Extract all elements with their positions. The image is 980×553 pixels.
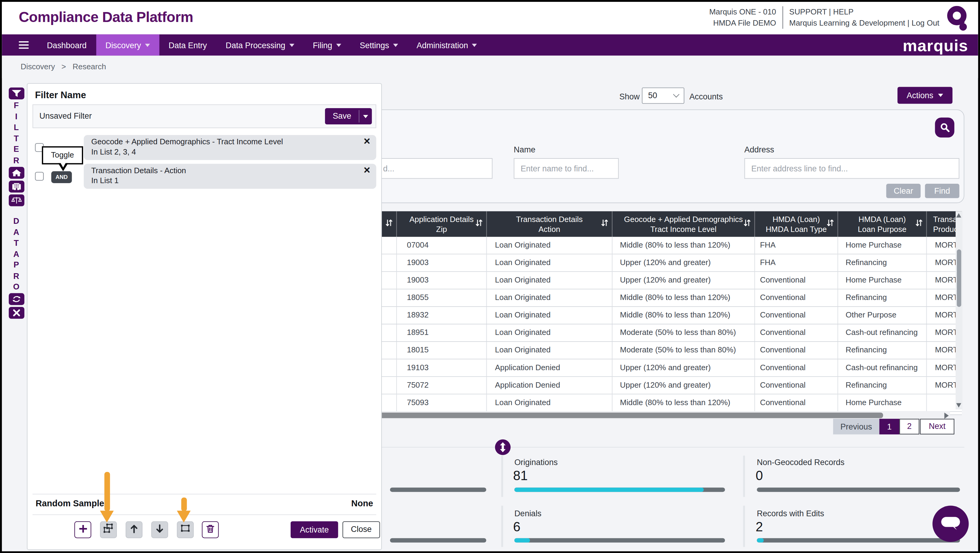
stats-column-divider [743, 456, 745, 497]
name-input[interactable]: Enter name to find... [514, 158, 619, 178]
caret-down-icon [939, 94, 943, 97]
column-header-line1: Application Details [397, 214, 487, 224]
building-icon[interactable] [8, 180, 24, 192]
stat-value: 2 [756, 519, 763, 534]
scroll-down-icon[interactable] [956, 403, 961, 408]
home-icon[interactable] [8, 167, 24, 178]
remove-filter-icon[interactable]: ✕ [363, 136, 371, 146]
support-help-links[interactable]: SUPPORT | HELP [789, 6, 939, 18]
column-header-tract-income-level[interactable]: Geocode + Applied DemographicsTract Inco… [612, 211, 755, 237]
sort-icon[interactable] [744, 219, 751, 229]
table-row[interactable]: 75072Application DeniedUpper (120% and g… [349, 377, 962, 394]
nav-item-data-processing[interactable]: Data Processing [216, 34, 303, 56]
header-links[interactable]: SUPPORT | HELP Marquis Learning & Develo… [789, 6, 939, 29]
arrow-down-button[interactable] [151, 521, 168, 538]
stat-label: Non-Geocoded Records [757, 457, 845, 467]
save-dropdown-button[interactable] [359, 108, 372, 124]
nav-item-filing[interactable]: Filing [304, 34, 350, 56]
breadcrumb-parent[interactable]: Discovery [21, 63, 55, 72]
clear-button[interactable]: Clear [886, 184, 921, 198]
previous-page-button[interactable]: Previous [833, 419, 880, 434]
column-header-line1: Geocode + Applied Demographics [612, 214, 754, 224]
stat-bar [514, 538, 725, 543]
sort-icon[interactable] [601, 219, 608, 229]
find-button[interactable]: Find [925, 184, 959, 198]
trash-button[interactable] [202, 521, 219, 538]
column-header-product-d[interactable]: TransactiProduct D [927, 211, 956, 237]
filter-criterion-row[interactable]: Transaction Details - Action In List 1 ✕ [84, 164, 376, 189]
table-cell: Conventional [755, 359, 838, 376]
save-button[interactable]: Save [325, 108, 359, 124]
horizontal-scrollbar-thumb[interactable] [349, 413, 883, 418]
remove-filter-icon[interactable]: ✕ [363, 165, 371, 175]
table-cell: MORTG [927, 237, 956, 254]
hamburger-menu-icon[interactable] [19, 41, 29, 49]
table-row[interactable]: 18055Loan OriginatedMiddle (80% to less … [349, 290, 962, 307]
column-header-loan-purpose[interactable]: HMDA (Loan)Loan Purpose [838, 211, 927, 237]
column-header-action[interactable]: Transaction DetailsAction [487, 211, 612, 237]
global-search-icon[interactable] [946, 6, 969, 32]
page-size-select[interactable]: 50 [642, 88, 684, 104]
learning-logout-links[interactable]: Marquis Learning & Development | Log Out [789, 18, 939, 29]
resize-handle-icon[interactable] [495, 440, 511, 455]
sort-icon[interactable] [476, 219, 482, 229]
stat-label: Originations [514, 457, 558, 467]
table-row[interactable]: 19003Loan OriginatedUpper (120% and grea… [349, 255, 962, 272]
table-cell: Cash-out refinancing [838, 324, 927, 341]
funnel-icon[interactable] [8, 87, 24, 99]
plus-button[interactable] [75, 521, 91, 538]
nav-item-discovery[interactable]: Discovery [96, 34, 159, 56]
chat-widget-button[interactable] [932, 506, 969, 542]
table-row[interactable]: 75093Loan OriginatedMiddle (80% to less … [349, 394, 962, 412]
stat-label: Denials [514, 509, 541, 518]
table-cell: Cash-out refinancing [838, 359, 927, 376]
nav-item-dashboard[interactable]: Dashboard [38, 34, 96, 56]
table-row[interactable]: 07004Loan OriginatedMiddle (80% to less … [349, 237, 962, 255]
search-toggle-button[interactable] [935, 118, 954, 137]
column-header-hmda-loan-type[interactable]: HMDA (Loan)HMDA Loan Type [755, 211, 838, 237]
nav-item-settings[interactable]: Settings [350, 34, 407, 56]
group-button[interactable] [177, 521, 194, 538]
address-input[interactable]: Enter address line to find... [745, 158, 959, 178]
scales-icon[interactable] [8, 194, 24, 206]
sort-icon[interactable] [827, 219, 834, 229]
strip-letter: T [14, 133, 19, 143]
filter-criterion-row[interactable]: Geocode + Applied Demographics - Tract I… [84, 135, 376, 160]
arrow-up-button[interactable] [126, 521, 142, 538]
accounts-table: Application DetailsZipTransaction Detail… [349, 211, 962, 415]
table-row[interactable]: 18951Loan OriginatedModerate (50% to les… [349, 324, 962, 342]
nav-item-data-entry[interactable]: Data Entry [159, 34, 216, 56]
nav-item-administration[interactable]: Administration [407, 34, 486, 56]
table-row[interactable]: 19003Loan OriginatedUpper (120% and grea… [349, 272, 962, 290]
environment-info: Marquis ONE - 010 HMDA File DEMO [709, 6, 776, 29]
ungroup-button[interactable] [100, 521, 117, 538]
table-row[interactable]: 18015Loan OriginatedModerate (50% to les… [349, 342, 962, 359]
vertical-scrollbar[interactable] [956, 211, 963, 410]
nav-item-label: Filing [313, 40, 332, 50]
page-button-1[interactable]: 1 [880, 419, 899, 434]
table-row[interactable]: 19103Application DeniedUpper (120% and g… [349, 359, 962, 377]
save-split-button[interactable]: Save [325, 108, 372, 124]
sort-icon[interactable] [385, 219, 393, 229]
close-icon[interactable] [8, 307, 24, 319]
column-header-zip[interactable]: Application DetailsZip [397, 211, 487, 237]
operator-toggle-badge[interactable]: AND [51, 171, 72, 183]
callout-arrow-icon [100, 472, 115, 523]
filter-checkbox[interactable] [35, 172, 44, 181]
refresh-icon[interactable] [8, 293, 24, 305]
filter-name-value[interactable]: Unsaved Filter [40, 105, 92, 128]
page-button-2[interactable]: 2 [899, 419, 919, 434]
sort-icon[interactable] [916, 219, 923, 229]
next-page-button[interactable]: Next [920, 419, 955, 434]
table-row[interactable]: 18932Loan OriginatedMiddle (80% to less … [349, 307, 962, 324]
scroll-right-icon[interactable] [945, 412, 949, 419]
table-cell: MORTG [927, 255, 956, 271]
horizontal-scrollbar[interactable] [349, 411, 950, 419]
close-button[interactable]: Close [342, 521, 380, 538]
vertical-scrollbar-thumb[interactable] [957, 249, 961, 307]
table-cell: Upper (120% and greater) [612, 359, 755, 376]
actions-button[interactable]: Actions [897, 87, 953, 104]
scroll-up-icon[interactable] [956, 213, 961, 218]
column-header-line2: Zip [397, 224, 487, 234]
activate-button[interactable]: Activate [291, 521, 338, 538]
